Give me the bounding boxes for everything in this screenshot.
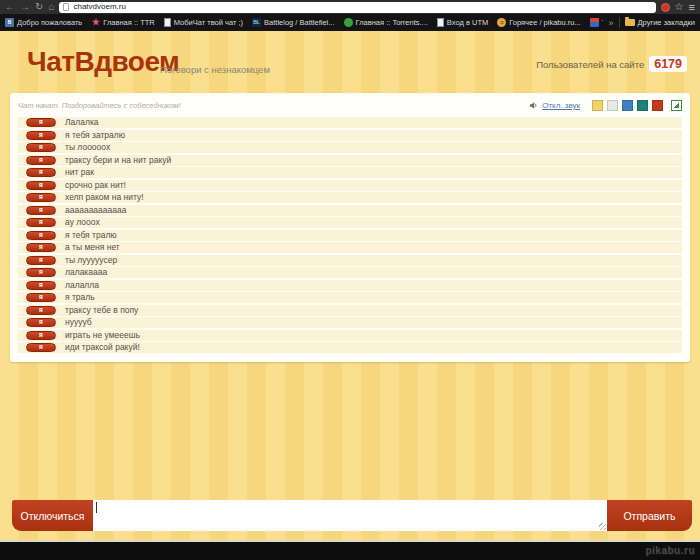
message-row: я иди траксой ракуй! xyxy=(18,342,682,353)
message-row: я нууууб xyxy=(18,317,682,328)
bookmark-label: Вход в UTM xyxy=(447,18,488,27)
message-row: я траксу тебе в попу xyxy=(18,305,682,316)
reload-icon[interactable]: ↻ xyxy=(35,2,43,12)
message-row: я ты лууууусер xyxy=(18,255,682,266)
browser-menu-icon[interactable]: ≡ xyxy=(689,2,695,12)
page-favicon xyxy=(164,18,171,27)
bookmark-item[interactable]: Добро пожаловать xyxy=(5,18,82,27)
message-text: лалалла xyxy=(65,281,99,290)
bookmark-label: Добро пожаловать xyxy=(17,18,82,27)
bookmark-label: МобиЧат твой чат ;) xyxy=(174,18,243,27)
theme-swatch[interactable] xyxy=(592,100,603,111)
bookmarks-bar: Добро пожаловать Главная :: TTR МобиЧат … xyxy=(0,14,700,31)
theme-swatch[interactable] xyxy=(622,100,633,111)
bookmark-label: Горячее / pikabu.ru... xyxy=(509,18,580,27)
image-theme-icon[interactable] xyxy=(671,100,682,111)
sender-badge: я xyxy=(26,218,56,227)
star-favicon xyxy=(91,18,100,27)
speaker-icon xyxy=(529,101,538,110)
message-text: траксу бери и на нит ракуй xyxy=(65,156,171,165)
message-text: срочно рак нит! xyxy=(65,181,126,190)
page-favicon xyxy=(63,3,69,11)
sender-badge: я xyxy=(26,206,56,215)
message-row: я я тебя затралю xyxy=(18,130,682,141)
disconnect-button[interactable]: Отключиться xyxy=(12,500,93,531)
sender-badge: я xyxy=(26,131,56,140)
sender-badge: я xyxy=(26,193,56,202)
message-row: я я тебя тралю xyxy=(18,230,682,241)
bookmarks-divider xyxy=(619,17,620,28)
page-favicon xyxy=(437,18,444,27)
sender-badge: я xyxy=(26,243,56,252)
bookmark-item[interactable]: Горячее / pikabu.ru... xyxy=(497,18,580,27)
message-row: я а ты меня нет xyxy=(18,242,682,253)
theme-swatch[interactable] xyxy=(652,100,663,111)
sender-badge: я xyxy=(26,231,56,240)
sender-badge: я xyxy=(26,143,56,152)
chat-status: Чат начат. Поздоровайтесь с собеседником… xyxy=(18,101,181,110)
message-text: ты лууууусер xyxy=(65,256,117,265)
mute-sound-link[interactable]: Откл. звук xyxy=(542,101,580,110)
sender-badge: я xyxy=(26,256,56,265)
sender-badge: я xyxy=(26,343,56,352)
message-input[interactable] xyxy=(93,500,607,531)
bookmark-item[interactable]: Главная :: Torrents.... xyxy=(344,18,428,27)
users-online-count: 6179 xyxy=(649,56,687,72)
message-text: нит рак xyxy=(65,168,94,177)
sender-badge: я xyxy=(26,331,56,340)
message-row: я ааааааааааааа xyxy=(18,205,682,216)
bookmark-item[interactable]: Томская электронн... xyxy=(590,18,603,27)
bookmark-star-icon[interactable]: ☆ xyxy=(675,2,684,12)
message-text: я траль xyxy=(65,293,95,302)
other-bookmarks-button[interactable]: Другие закладки xyxy=(625,18,695,27)
message-row: я срочно рак нит! xyxy=(18,180,682,191)
sender-badge: я xyxy=(26,268,56,277)
bookmarks-overflow-icon[interactable]: » xyxy=(609,18,614,28)
resize-grip-icon[interactable] xyxy=(599,523,606,530)
back-icon[interactable]: ← xyxy=(5,2,15,12)
sender-badge: я xyxy=(26,156,56,165)
message-row: я я траль xyxy=(18,292,682,303)
message-text: хелп раком на ниту! xyxy=(65,193,144,202)
adblock-icon[interactable] xyxy=(661,3,670,12)
pikabu-favicon xyxy=(497,18,506,27)
battlelog-favicon xyxy=(252,18,261,27)
site-tagline: Поговори с незнакомцем xyxy=(160,64,270,75)
browser-address-bar: ← → ↻ ⌂ chatvdvoem.ru ☆ ≡ xyxy=(0,0,700,14)
sender-badge: я xyxy=(26,181,56,190)
sender-badge: я xyxy=(26,318,56,327)
sender-badge: я xyxy=(26,168,56,177)
sender-badge: я xyxy=(26,306,56,315)
theme-swatch[interactable] xyxy=(637,100,648,111)
chat-panel: Чат начат. Поздоровайтесь с собеседником… xyxy=(10,93,690,362)
message-text: ааааааааааааа xyxy=(65,206,126,215)
message-text: траксу тебе в попу xyxy=(65,306,138,315)
message-row: я траксу бери и на нит ракуй xyxy=(18,155,682,166)
message-row: я хелп раком на ниту! xyxy=(18,192,682,203)
send-button[interactable]: Отправить xyxy=(607,500,692,531)
bookmark-item[interactable]: Battlelog / Battlefiel... xyxy=(252,18,334,27)
message-text: я тебя затралю xyxy=(65,131,125,140)
home-icon[interactable]: ⌂ xyxy=(48,2,54,12)
bookmark-item[interactable]: Вход в UTM xyxy=(437,18,488,27)
message-row: я ты лооооох xyxy=(18,142,682,153)
theme-swatch[interactable] xyxy=(607,100,618,111)
bookmark-label: Главная :: TTR xyxy=(103,18,154,27)
sender-badge: я xyxy=(26,281,56,290)
message-text: играть не умееешь xyxy=(65,331,140,340)
url-input[interactable]: chatvdvoem.ru xyxy=(59,2,655,13)
bookmark-label: Главная :: Torrents.... xyxy=(356,18,428,27)
bookmark-item[interactable]: МобиЧат твой чат ;) xyxy=(164,18,243,27)
message-row: я нит рак xyxy=(18,167,682,178)
bookmark-label: Battlelog / Battlefiel... xyxy=(264,18,334,27)
message-text: нууууб xyxy=(65,318,92,327)
bookmark-item[interactable]: Главная :: TTR xyxy=(91,18,154,27)
other-bookmarks-label: Другие закладки xyxy=(638,18,695,27)
site-logo: ЧатВдвоем xyxy=(27,48,179,76)
message-text: а ты меня нет xyxy=(65,243,120,252)
forward-icon[interactable]: → xyxy=(20,2,30,12)
message-text: Лалалка xyxy=(65,118,99,127)
pikabu-watermark: pikabu.ru xyxy=(645,545,695,556)
message-row: я Лалалка xyxy=(18,117,682,128)
message-row: я лалакаааа xyxy=(18,267,682,278)
